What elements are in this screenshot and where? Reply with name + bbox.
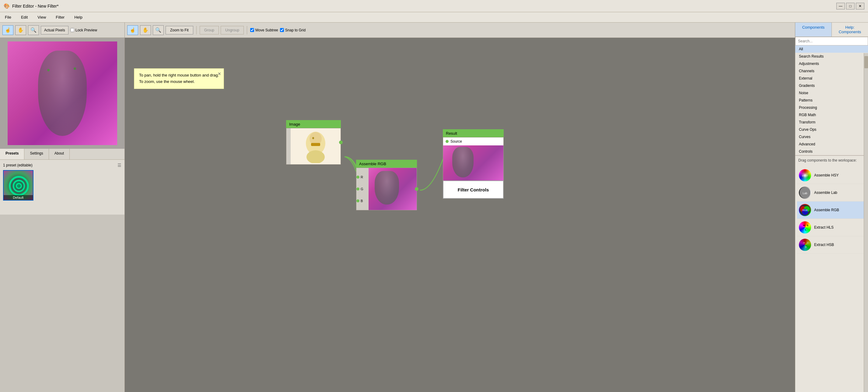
presets-grid: Default [3,170,121,201]
svg-text:RGB: RGB [802,209,807,212]
title-bar: 🎨 Filter Editor - New Filter* — □ ✕ [0,0,868,12]
zoom-fit-button[interactable]: Zoom to Fit [165,26,193,34]
category-rgb-math[interactable]: RGB Math [795,111,868,118]
component-assemble-hsy[interactable]: HSY Assemble HSY [797,167,866,184]
lock-preview-checkbox[interactable] [70,28,74,32]
duck-thumbnail-svg [304,130,328,163]
assemble-rgb-body: R G B [356,168,417,210]
tab-components[interactable]: Components [795,23,832,36]
move-subtree-checkbox[interactable] [250,28,254,32]
arrow-tool-button[interactable]: ☝ [2,25,13,35]
component-extract-hsb[interactable]: H S B Extract HSB [797,236,866,254]
pan-tool-button[interactable]: ✋ [15,25,26,35]
component-extract-hls[interactable]: H S L Extract HLS [797,219,866,236]
category-external[interactable]: External [795,75,868,82]
category-gradients[interactable]: Gradients [795,82,868,89]
assemble-lab-label: Assemble Lab [814,191,837,195]
menu-edit[interactable]: Edit [19,14,30,21]
result-node-header: Result [443,129,504,137]
category-search-results[interactable]: Search Results [795,53,868,60]
right-panel-tabs: Components Help: Components [795,23,868,37]
canvas-toolbar: ☝ ✋ 🔍 Zoom to Fit Group Ungroup Move Sub… [125,23,795,38]
component-assemble-rgb[interactable]: RGB Assemble RGB [797,201,866,219]
result-node-title: Result [446,131,457,136]
category-all[interactable]: All [795,46,868,53]
canvas-pan-tool[interactable]: ✋ [140,25,151,35]
result-node[interactable]: Result Source [443,129,504,182]
tab-about[interactable]: About [49,149,70,160]
tab-presets[interactable]: Presets [0,149,24,160]
preview-toolbar: ☝ ✋ 🔍 Actual Pixels Lock Preview [0,23,124,38]
duck-in-assemble [375,171,399,204]
minimize-button[interactable]: — [836,3,845,9]
filter-controls-body: Filter Controls [443,180,504,199]
group-button[interactable]: Group [200,26,219,34]
duck-silhouette [38,51,87,136]
zoom-tool-button[interactable]: 🔍 [28,25,39,35]
menu-help[interactable]: Help [72,14,85,21]
category-curves[interactable]: Curves [795,133,868,141]
right-panel-scrollbar[interactable] [864,53,868,392]
scrollbar-thumb[interactable] [864,56,868,68]
svg-point-2 [17,184,21,188]
tooltip-line1: To pan, hold the right mouse button and … [139,72,219,79]
actual-pixels-button[interactable]: Actual Pixels [41,26,68,34]
svg-text:S: S [807,224,809,227]
tooltip-close-button[interactable]: ✕ [218,71,221,77]
snap-to-grid-checkbox[interactable] [280,28,284,32]
drag-label: Drag components to the workspace: [795,156,868,165]
assemble-rgb-label: Assemble RGB [814,208,839,212]
port-g [356,188,360,191]
category-controls[interactable]: Controls [795,148,868,155]
filter-controls-node[interactable]: Filter Controls [443,180,504,199]
category-advanced[interactable]: Advanced [795,141,868,148]
menu-bar: File Edit View Filter Help [0,12,868,23]
menu-filter[interactable]: Filter [53,14,67,21]
app-icon: 🎨 [4,3,10,9]
assemble-rgb-node[interactable]: Assemble RGB R G B [356,160,417,210]
tab-help-components[interactable]: Help: Components [832,23,868,36]
component-assemble-lab[interactable]: Lab Assemble Lab [797,184,866,201]
svg-text:Lab: Lab [803,192,807,195]
image-thumb [291,128,341,164]
image-output-port [339,141,343,144]
menu-view[interactable]: View [35,14,49,21]
category-curve-ops[interactable]: Curve Ops [795,126,868,133]
extract-hls-label: Extract HLS [814,225,834,229]
maximize-button[interactable]: □ [846,3,855,9]
extract-hsb-icon: H S B [799,239,811,251]
components-search-input[interactable] [795,37,868,46]
svg-text:H: H [803,242,805,244]
svg-text:S: S [807,242,809,244]
duck-eye-left [47,69,50,71]
canvas-workspace[interactable]: ✕ To pan, hold the right mouse button an… [125,38,795,392]
svg-point-0 [10,177,28,195]
tab-settings[interactable]: Settings [24,149,49,160]
presets-area: 1 preset (editable) ☰ Default [0,160,124,215]
image-node-body [286,128,341,165]
duck-eye-right [74,67,76,70]
category-channels[interactable]: Channels [795,67,868,75]
menu-file[interactable]: File [2,14,14,21]
svg-point-21 [800,239,810,250]
category-processing[interactable]: Processing [795,104,868,111]
move-subtree-label[interactable]: Move Subtree [250,28,278,32]
lock-preview-label[interactable]: Lock Preview [70,28,97,32]
preset-item-default[interactable]: Default [3,170,33,201]
category-noise[interactable]: Noise [795,89,868,96]
canvas-zoom-tool[interactable]: 🔍 [153,25,164,35]
result-input-port [445,140,448,143]
category-adjustments[interactable]: Adjustments [795,60,868,67]
category-patterns[interactable]: Patterns [795,96,868,104]
assemble-rgb-header: Assemble RGB [356,160,417,168]
ungroup-button[interactable]: Ungroup [221,26,244,34]
presets-list-icon[interactable]: ☰ [118,163,121,168]
canvas-arrow-tool[interactable]: ☝ [127,25,138,35]
component-list: HSY Assemble HSY Lab Assemble Lab [795,165,868,392]
snap-to-grid-label[interactable]: Snap to Grid [280,28,306,32]
category-transform[interactable]: Transform [795,118,868,126]
image-node[interactable]: Image [286,120,341,165]
assemble-lab-icon: Lab [799,187,811,199]
image-node-left [286,128,291,164]
close-button[interactable]: ✕ [856,3,864,9]
